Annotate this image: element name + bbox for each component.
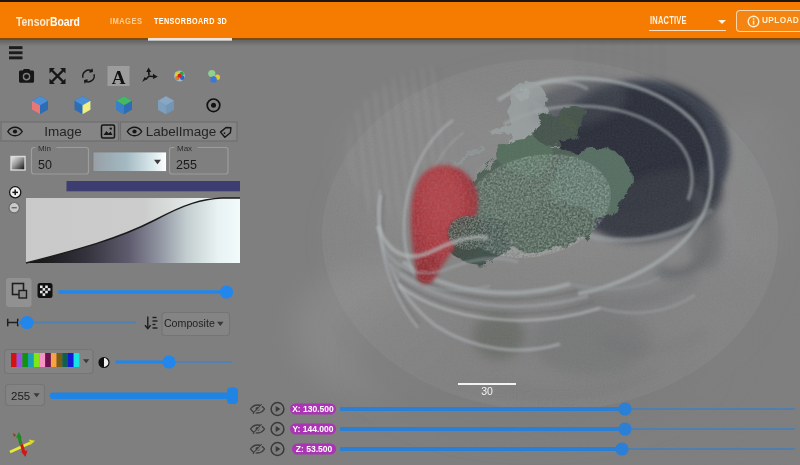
svg-text:A: A xyxy=(112,67,126,88)
svg-text:LabelImage: LabelImage xyxy=(146,124,217,139)
svg-text:Min: Min xyxy=(38,144,51,153)
svg-text:Z: 53.500: Z: 53.500 xyxy=(296,444,333,454)
svg-text:Y: 144.000: Y: 144.000 xyxy=(293,424,334,434)
svg-text:255: 255 xyxy=(176,158,197,172)
svg-text:255: 255 xyxy=(11,390,30,402)
svg-text:50: 50 xyxy=(38,158,52,172)
svg-text:Image: Image xyxy=(44,124,82,139)
svg-text:Max: Max xyxy=(177,144,192,153)
svg-text:Composite: Composite xyxy=(164,317,215,329)
svg-text:X: 130.500: X: 130.500 xyxy=(292,404,334,414)
